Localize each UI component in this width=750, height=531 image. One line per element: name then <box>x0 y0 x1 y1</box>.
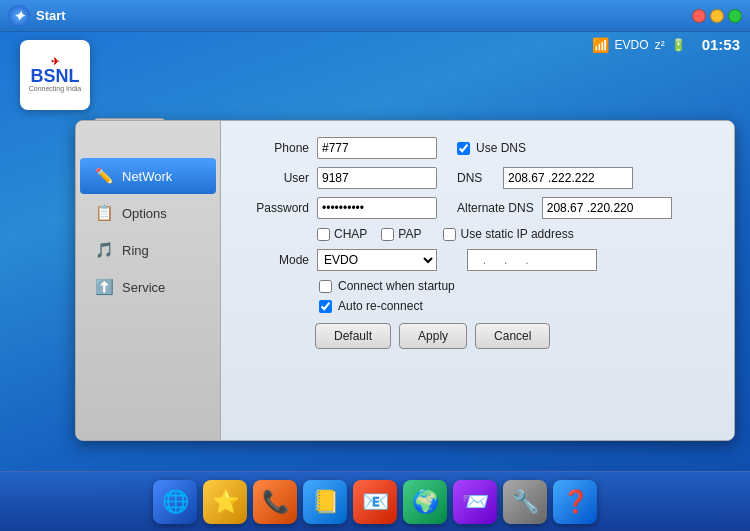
close-button[interactable] <box>692 9 706 23</box>
phone-input[interactable] <box>317 137 437 159</box>
help-icon[interactable]: ❓ <box>553 480 597 524</box>
user-row: User DNS <box>239 167 716 189</box>
bsnl-name: BSNL <box>31 67 80 85</box>
settings-panel: ✏️ NetWork 📋 Options 🎵 Ring ⬆️ Service P… <box>75 120 735 441</box>
sidebar-item-ring[interactable]: 🎵 Ring <box>80 232 216 268</box>
pap-checkbox[interactable] <box>381 228 394 241</box>
user-input[interactable] <box>317 167 437 189</box>
wifi-status: z² <box>655 38 665 52</box>
phone-row: Phone Use DNS <box>239 137 716 159</box>
static-ip-input[interactable] <box>467 249 597 271</box>
static-ip-check-row: Use static IP address <box>443 227 573 241</box>
mode-row: Mode EVDO 1xRTT Auto <box>239 249 716 271</box>
connect-startup-checkbox[interactable] <box>319 280 332 293</box>
chap-checkbox[interactable] <box>317 228 330 241</box>
network-icon: ✏️ <box>94 166 114 186</box>
sidebar-item-service[interactable]: ⬆️ Service <box>80 269 216 305</box>
email2-icon[interactable]: 📨 <box>453 480 497 524</box>
alt-dns-label: Alternate DNS <box>457 201 534 215</box>
mode-label: Mode <box>239 253 309 267</box>
use-dns-label: Use DNS <box>476 141 526 155</box>
password-row: Password Alternate DNS <box>239 197 716 219</box>
settings-sidebar: ✏️ NetWork 📋 Options 🎵 Ring ⬆️ Service <box>76 121 221 440</box>
titlebar: ✦ Start <box>0 0 750 32</box>
app-logo: ✦ <box>8 5 30 27</box>
bsnl-logo: ✈ BSNL Connecting India <box>20 40 90 110</box>
static-ip-section: Use static IP address <box>443 227 573 241</box>
signal-icon: 📶 <box>592 37 609 53</box>
clock: 01:53 <box>702 36 740 53</box>
evdo-label: EVDO <box>615 38 649 52</box>
ring-icon: 🎵 <box>94 240 114 260</box>
chap-pap-row: CHAP PAP Use static IP address <box>239 227 716 241</box>
service-label: Service <box>122 280 165 295</box>
battery-icon: 🔋 <box>671 38 686 52</box>
static-ip-input-container <box>467 249 597 271</box>
phone-label: Phone <box>239 141 309 155</box>
maximize-button[interactable] <box>728 9 742 23</box>
browser-icon[interactable]: 🌐 <box>153 480 197 524</box>
options-icon: 📋 <box>94 203 114 223</box>
pap-row: PAP <box>381 227 421 241</box>
tools-icon[interactable]: 🔧 <box>503 480 547 524</box>
star-icon[interactable]: ⭐ <box>203 480 247 524</box>
options-label: Options <box>122 206 167 221</box>
contacts-icon[interactable]: 📒 <box>303 480 347 524</box>
service-icon: ⬆️ <box>94 277 114 297</box>
bsnl-tagline: Connecting India <box>29 85 82 93</box>
use-dns-section: Use DNS <box>457 141 526 155</box>
default-button[interactable]: Default <box>315 323 391 349</box>
pap-label: PAP <box>398 227 421 241</box>
dns-label: DNS <box>457 171 497 185</box>
alt-dns-section: Alternate DNS <box>457 197 672 219</box>
mode-select[interactable]: EVDO 1xRTT Auto <box>317 249 437 271</box>
dns-section: DNS <box>457 167 633 189</box>
alt-dns-input[interactable] <box>542 197 672 219</box>
connect-startup-label: Connect when startup <box>338 279 455 293</box>
window-controls <box>692 9 742 23</box>
apply-button[interactable]: Apply <box>399 323 467 349</box>
taskbar: 🌐 ⭐ 📞 📒 📧 🌍 📨 🔧 ❓ <box>0 471 750 531</box>
auto-reconnect-row: Auto re-connect <box>319 299 716 313</box>
user-label: User <box>239 171 309 185</box>
statusbar: 📶 EVDO z² 🔋 01:53 <box>592 36 740 53</box>
minimize-button[interactable] <box>710 9 724 23</box>
app-title: Start <box>36 8 66 23</box>
cancel-button[interactable]: Cancel <box>475 323 550 349</box>
network-label: NetWork <box>122 169 172 184</box>
sidebar-item-network[interactable]: ✏️ NetWork <box>80 158 216 194</box>
chap-row: CHAP <box>317 227 367 241</box>
ring-label: Ring <box>122 243 149 258</box>
phone-icon[interactable]: 📞 <box>253 480 297 524</box>
auto-reconnect-checkbox[interactable] <box>319 300 332 313</box>
static-ip-checkbox[interactable] <box>443 228 456 241</box>
password-label: Password <box>239 201 309 215</box>
static-ip-label: Use static IP address <box>460 227 573 241</box>
auto-reconnect-label: Auto re-connect <box>338 299 423 313</box>
button-row: Default Apply Cancel <box>315 323 716 349</box>
sidebar-item-options[interactable]: 📋 Options <box>80 195 216 231</box>
dns-input[interactable] <box>503 167 633 189</box>
use-dns-checkbox[interactable] <box>457 142 470 155</box>
connect-startup-row: Connect when startup <box>319 279 716 293</box>
chap-label: CHAP <box>334 227 367 241</box>
mail-icon[interactable]: 📧 <box>353 480 397 524</box>
earth-icon[interactable]: 🌍 <box>403 480 447 524</box>
main-content: Phone Use DNS User DNS Password Alternat… <box>221 121 734 440</box>
password-input[interactable] <box>317 197 437 219</box>
